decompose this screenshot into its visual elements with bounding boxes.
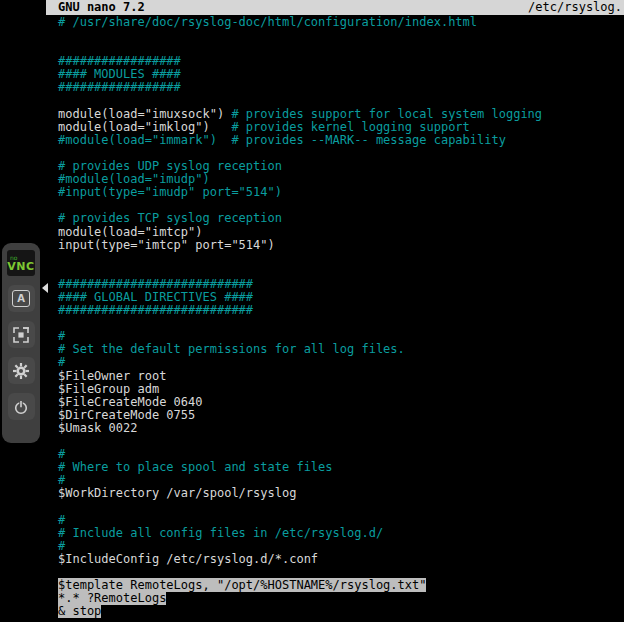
power-button[interactable] bbox=[8, 393, 35, 420]
editor-line[interactable]: #module(load="immark") # provides --MARK… bbox=[58, 134, 624, 147]
editor-line[interactable] bbox=[58, 500, 624, 513]
editor-line[interactable]: $Umask 0022 bbox=[58, 422, 624, 435]
editor-line[interactable]: # /usr/share/doc/rsyslog-doc/html/config… bbox=[58, 16, 624, 29]
extra-keys-button[interactable]: A bbox=[8, 285, 35, 312]
editor-line[interactable]: $IncludeConfig /etc/rsyslog.d/*.conf bbox=[58, 553, 624, 566]
editor-line[interactable]: ################# bbox=[58, 81, 624, 94]
editor-line[interactable]: # Set the default permissions for all lo… bbox=[58, 343, 624, 356]
editor-line[interactable]: # Where to place spool and state files bbox=[58, 461, 624, 474]
nano-titlebar: GNU nano 7.2 /etc/rsyslog. bbox=[46, 0, 624, 15]
novnc-logo: no VNC bbox=[7, 250, 35, 276]
novnc-logo-vnc: VNC bbox=[7, 261, 34, 272]
editor-line[interactable]: $DirCreateMode 0755 bbox=[58, 409, 624, 422]
power-icon bbox=[13, 399, 29, 415]
editor-line[interactable] bbox=[58, 252, 624, 265]
editor-line[interactable] bbox=[58, 317, 624, 330]
editor-line[interactable] bbox=[58, 29, 624, 42]
editor-content[interactable]: # /usr/share/doc/rsyslog-doc/html/config… bbox=[46, 15, 624, 618]
screen: GNU nano 7.2 /etc/rsyslog. # /usr/share/… bbox=[0, 0, 624, 622]
editor-line[interactable]: # Include all config files in /etc/rsysl… bbox=[58, 527, 624, 540]
fullscreen-icon bbox=[13, 327, 29, 343]
gear-icon bbox=[12, 362, 30, 380]
keyboard-icon: A bbox=[12, 290, 30, 307]
nano-version: GNU nano 7.2 bbox=[58, 0, 145, 15]
settings-button[interactable] bbox=[8, 357, 35, 384]
editor-line[interactable]: *.* ?RemoteLogs bbox=[58, 592, 624, 605]
fullscreen-button[interactable] bbox=[8, 321, 35, 348]
control-bar-handle[interactable] bbox=[42, 283, 48, 293]
editor-line[interactable]: $WorkDirectory /var/spool/rsyslog bbox=[58, 487, 624, 500]
editor-line[interactable]: #input(type="imudp" port="514") bbox=[58, 186, 624, 199]
editor-line[interactable]: ########################### bbox=[58, 304, 624, 317]
terminal-window: GNU nano 7.2 /etc/rsyslog. # /usr/share/… bbox=[46, 0, 624, 622]
editor-line[interactable]: & stop bbox=[58, 605, 624, 618]
editor-line[interactable]: input(type="imtcp" port="514") bbox=[58, 239, 624, 252]
editor-line[interactable] bbox=[58, 435, 624, 448]
novnc-control-bar: no VNC A bbox=[2, 243, 40, 443]
file-path: /etc/rsyslog. bbox=[528, 0, 622, 15]
